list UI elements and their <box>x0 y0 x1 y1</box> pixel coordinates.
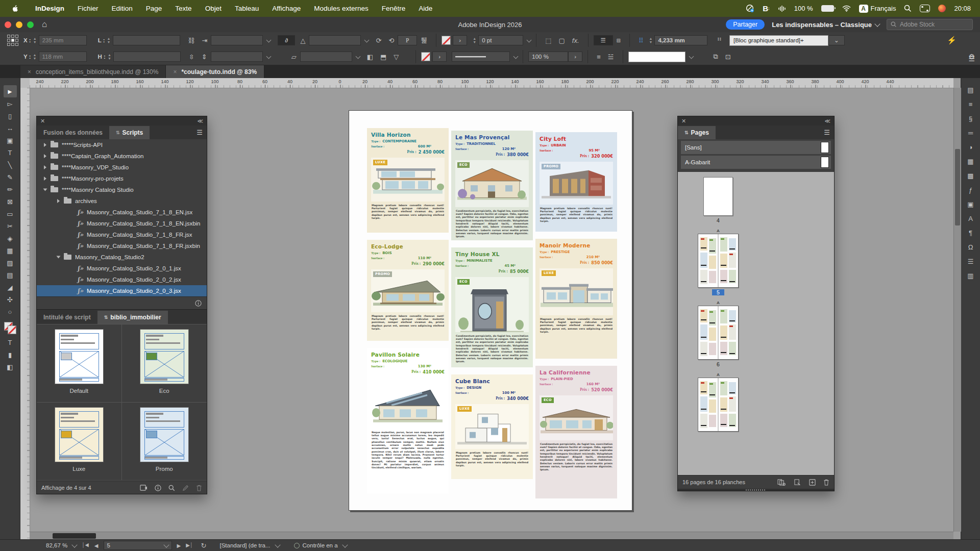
master-none-row[interactable]: [Sans] <box>681 141 831 154</box>
opacity-field[interactable]: 100 % <box>528 52 568 62</box>
capture-icon[interactable] <box>746 5 754 13</box>
page-thumbnail[interactable] <box>703 177 733 216</box>
swatch-dropdown[interactable] <box>628 52 685 62</box>
document-tab-inactive[interactable]: × conception_items_bibliothèque.indd @ 1… <box>20 65 166 78</box>
scissors-tool-icon[interactable]: ✂ <box>4 220 17 232</box>
menu-item-fenêtre[interactable]: Fenêtre <box>375 0 412 17</box>
gradient-panel-icon[interactable]: ▩ <box>964 169 978 182</box>
spread-thumbnail[interactable] <box>698 378 739 432</box>
ruler-corner[interactable] <box>20 78 30 88</box>
gap-tool-icon[interactable]: ↔ <box>4 122 17 134</box>
rectangle-tool-icon[interactable]: ▭ <box>4 208 17 220</box>
script-preview-default[interactable]: Default <box>37 324 122 403</box>
menu-item-indesign[interactable]: InDesign <box>29 0 71 17</box>
pages-panel-icon[interactable]: ▤ <box>964 83 978 96</box>
gradient-tool-icon[interactable]: ▦ <box>4 244 17 257</box>
effects-fx-icon[interactable]: fx. <box>572 37 579 44</box>
preflight-status[interactable]: Contrôle en a <box>294 542 338 548</box>
script-preview-eco[interactable]: Eco <box>122 324 207 403</box>
script-tree-item[interactable]: ****Masonry Catalog Studio <box>37 184 207 195</box>
app-b-icon[interactable]: B: <box>763 5 770 13</box>
fill-flyout[interactable]: › <box>432 52 447 62</box>
eyedropper-tool-icon[interactable]: ◢ <box>4 281 17 293</box>
screen-mode-icon[interactable]: ◧ <box>4 361 17 373</box>
shear-field[interactable] <box>300 52 352 62</box>
tab-fusion-des-donnees[interactable]: Fusion des données <box>37 126 109 139</box>
page-thumb-4[interactable]: 4 <box>690 177 746 223</box>
hand-tool-icon[interactable]: ✣ <box>4 293 17 306</box>
preflight-profile[interactable]: [Standard] (de tra... <box>219 542 270 548</box>
info-icon[interactable] <box>195 300 202 307</box>
wrap-none-icon[interactable]: ☰ <box>594 35 613 45</box>
script-tree-item[interactable]: ****Captain_Graph_Automation <box>37 151 207 162</box>
spread-thumb-6[interactable]: A 6 <box>690 300 746 367</box>
script-tree-item[interactable]: *****Scripts-API <box>37 139 207 151</box>
select-container-icon[interactable]: 퉱 <box>421 36 427 45</box>
vertical-scrollbar-thumb[interactable] <box>955 149 960 226</box>
expand-icon[interactable] <box>44 154 46 158</box>
story-panel-icon[interactable]: ☰ <box>964 255 978 268</box>
collapse-icon[interactable] <box>43 189 47 191</box>
selection-tool-icon[interactable]: ► <box>4 85 17 97</box>
collapse-panel-icon[interactable]: ≪ <box>197 118 203 124</box>
adobe-stock-search[interactable]: Adobe Stock <box>887 19 973 30</box>
delete-icon[interactable] <box>196 485 202 491</box>
fill-color-swatch[interactable] <box>421 52 430 61</box>
tab-pages[interactable]: ⇅Pages <box>678 126 716 139</box>
script-tree-item[interactable]: ʃ»Masonry_Catalog_Studio_2_0_3.jsx <box>37 285 207 296</box>
tab-intitule-de-script[interactable]: Intitulé de script <box>37 311 97 324</box>
note-tool-icon[interactable]: ▤ <box>4 269 17 281</box>
stroke-panel-icon[interactable]: ═ <box>964 126 978 139</box>
preview-thumbnail[interactable] <box>140 330 188 384</box>
flip-h-icon[interactable]: ◧ <box>367 53 373 61</box>
fill-stroke-swatches[interactable] <box>4 322 16 334</box>
shear-icon[interactable]: ▱ <box>291 53 297 61</box>
rotate-cw-icon[interactable]: ⟳ <box>376 37 381 44</box>
character-panel-icon[interactable]: A <box>964 212 978 225</box>
script-tree-item[interactable]: ʃ»Masonry_Catalog_Studio_7_1_8_EN.jsx <box>37 207 207 218</box>
close-panel-icon[interactable]: ✕ <box>40 118 45 124</box>
corner-options-icon[interactable]: ⬚ <box>545 37 551 44</box>
preflight-icon[interactable]: ↻ <box>201 542 207 549</box>
property-card-villa-horizon[interactable]: Villa HorizonType :CONTEMPORAINESurface … <box>367 128 449 233</box>
vertical-ruler[interactable] <box>20 88 30 539</box>
property-card-le-mas-proven-al[interactable]: Le Mas ProvençalType :TRADITIONNELSurfac… <box>451 131 533 240</box>
copy-attributes-icon[interactable]: ⧉ <box>714 53 718 61</box>
reference-point-proxy[interactable] <box>7 35 18 46</box>
share-button[interactable]: Partager <box>726 19 765 30</box>
menu-item-page[interactable]: Page <box>139 0 169 17</box>
stroke-swatch[interactable] <box>8 325 16 334</box>
search-icon[interactable] <box>168 485 175 491</box>
master-a-row[interactable]: A-Gabarit <box>681 156 831 169</box>
scale-x-field[interactable] <box>211 35 263 45</box>
scale-y-icon[interactable]: ⇕ <box>202 53 207 61</box>
script-tree-item[interactable]: ****Masonry-pro-projets <box>37 173 207 184</box>
stroke-type-dropdown[interactable] <box>452 52 510 62</box>
document-page[interactable]: Villa HorizonType :CONTEMPORAINESurface … <box>349 110 632 511</box>
paragraph-panel-icon[interactable]: ¶ <box>964 226 978 239</box>
glyphs-panel-icon[interactable]: Ω <box>964 240 978 254</box>
new-page-icon[interactable] <box>809 479 816 486</box>
close-icon[interactable]: × <box>28 68 31 76</box>
spread-thumbnail[interactable] <box>698 234 739 288</box>
script-preview-promo[interactable]: Promo <box>122 403 207 481</box>
flip-vertical-icon[interactable]: ⇳ <box>189 53 194 61</box>
property-card-manoir-moderne[interactable]: Manoir ModerneType :PRESTIGESurface :210… <box>535 239 617 359</box>
last-page-button[interactable]: ▶⏐ <box>186 542 192 548</box>
script-tree-item[interactable]: ʃ»Masonry_Catalog_Studio_7_1_8_FR.jsxbin <box>37 240 207 252</box>
close-panel-icon[interactable]: ✕ <box>681 118 686 124</box>
layers-panel-icon[interactable]: ≡ <box>964 97 978 111</box>
stroke-flyout[interactable]: › <box>453 35 467 45</box>
input-source-menu[interactable]: AFrançais <box>859 5 896 13</box>
line-tool-icon[interactable]: ╲ <box>4 159 17 171</box>
previous-page-button[interactable]: ◀ <box>94 543 99 548</box>
info-icon[interactable] <box>155 485 161 491</box>
first-page-button[interactable]: ⏐◀ <box>82 542 89 548</box>
script-tree-item[interactable]: ʃ»Masonry_Catalog_Studio_7_1_8_EN.jsxbin <box>37 218 207 229</box>
direct-selection-tool-icon[interactable]: ▻ <box>4 97 17 110</box>
spread-thumbnail[interactable] <box>698 306 739 360</box>
height-field[interactable] <box>113 52 181 62</box>
page-number-dropdown[interactable]: 5 <box>104 541 172 550</box>
apply-color-icon[interactable]: ▮ <box>4 348 17 361</box>
delete-page-icon[interactable] <box>823 479 829 486</box>
